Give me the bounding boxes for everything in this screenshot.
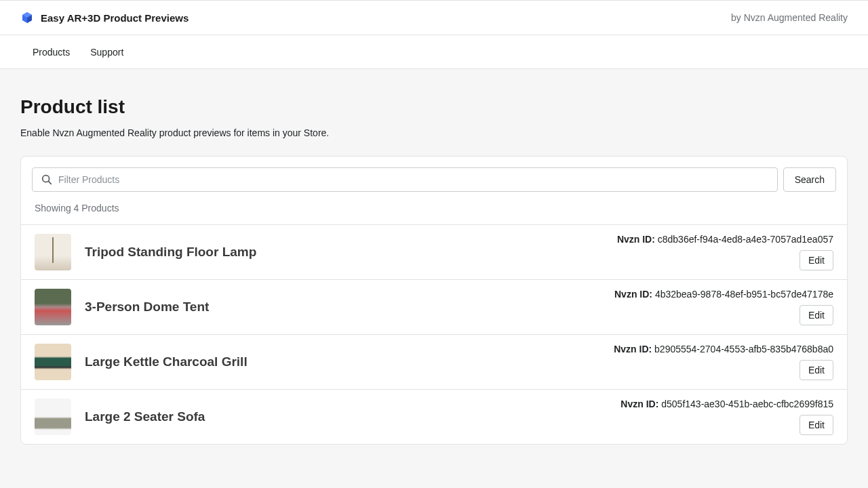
by-line: by Nvzn Augmented Reality [731,12,848,23]
product-name: 3-Person Dome Tent [85,300,601,314]
product-name: Large 2 Seater Sofa [85,409,607,424]
header-left: Easy AR+3D Product Previews [20,11,189,24]
product-row: Large Kettle Charcoal Grill Nvzn ID: b29… [21,334,847,389]
search-button[interactable]: Search [783,167,836,192]
filter-products-input[interactable] [33,169,777,190]
app-title: Easy AR+3D Product Previews [41,12,189,24]
product-thumbnail [35,289,71,325]
nvzn-id-value: d505f143-ae30-451b-aebc-cfbc2699f815 [661,399,833,409]
product-thumbnail [35,234,71,270]
page-subtitle: Enable Nvzn Augmented Reality product pr… [20,127,848,138]
nvzn-id-value: 4b32bea9-9878-48ef-b951-bc57de47178e [655,289,833,300]
product-row: Tripod Standing Floor Lamp Nvzn ID: c8db… [21,224,847,279]
search-input-wrapper [32,167,778,192]
nvzn-id-line: Nvzn ID: c8db36ef-f94a-4ed8-a4e3-7057ad1… [617,234,833,245]
nvzn-id-label: Nvzn ID: [614,344,652,354]
app-header: Easy AR+3D Product Previews by Nvzn Augm… [0,0,868,35]
nvzn-id-label: Nvzn ID: [620,399,658,409]
product-row-right: Nvzn ID: b2905554-2704-4553-afb5-835b476… [614,344,833,380]
showing-count: Showing 4 Products [21,203,847,224]
product-thumbnail [35,399,71,435]
nvzn-id-label: Nvzn ID: [614,289,652,300]
product-name: Tripod Standing Floor Lamp [85,245,604,260]
edit-button[interactable]: Edit [800,360,833,380]
product-row-right: Nvzn ID: 4b32bea9-9878-48ef-b951-bc57de4… [614,289,833,325]
nvzn-id-value: c8db36ef-f94a-4ed8-a4e3-7057ad1ea057 [658,234,833,245]
nvzn-id-line: Nvzn ID: d505f143-ae30-451b-aebc-cfbc269… [620,399,833,409]
product-thumbnail [35,344,71,380]
product-name: Large Kettle Charcoal Grill [85,354,600,369]
search-row: Search [21,157,847,203]
edit-button[interactable]: Edit [800,250,833,270]
product-row: 3-Person Dome Tent Nvzn ID: 4b32bea9-987… [21,279,847,334]
page-title: Product list [20,96,848,118]
top-nav: Products Support [0,35,868,69]
nvzn-id-value: b2905554-2704-4553-afb5-835b4768b8a0 [654,344,833,354]
nav-products[interactable]: Products [33,47,70,58]
edit-button[interactable]: Edit [800,305,833,325]
main-content: Product list Enable Nvzn Augmented Reali… [0,69,868,445]
nav-support[interactable]: Support [90,47,123,58]
product-list-card: Search Showing 4 Products Tripod Standin… [20,156,848,445]
nvzn-id-line: Nvzn ID: b2905554-2704-4553-afb5-835b476… [614,344,833,354]
svg-line-4 [49,182,52,184]
nvzn-id-label: Nvzn ID: [617,234,655,245]
product-row-right: Nvzn ID: d505f143-ae30-451b-aebc-cfbc269… [620,399,833,435]
nvzn-id-line: Nvzn ID: 4b32bea9-9878-48ef-b951-bc57de4… [614,289,833,300]
app-logo-icon [20,11,34,24]
product-row-right: Nvzn ID: c8db36ef-f94a-4ed8-a4e3-7057ad1… [617,234,833,270]
edit-button[interactable]: Edit [800,415,833,435]
product-row: Large 2 Seater Sofa Nvzn ID: d505f143-ae… [21,389,847,444]
search-icon [41,174,53,186]
